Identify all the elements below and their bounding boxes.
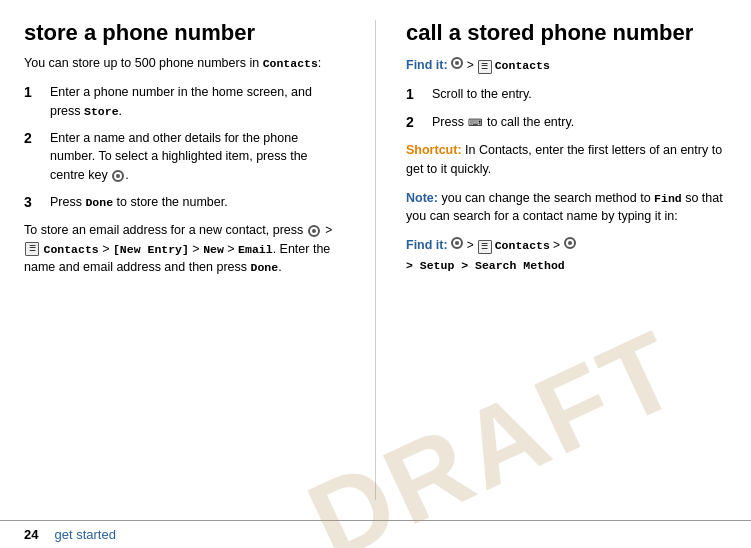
content-area: store a phone number You can store up to… bbox=[0, 0, 751, 520]
find-it-dot-icon bbox=[451, 57, 463, 69]
note-find-bold: Find bbox=[654, 192, 682, 205]
step2-number: 2 bbox=[24, 128, 46, 185]
find-it2-contacts-icon: ☰ bbox=[478, 240, 492, 254]
step3-text: Press Done to store the number. bbox=[50, 193, 345, 213]
find-it2-contacts-text: Contacts bbox=[495, 237, 550, 254]
find-it-label-1: Find it: bbox=[406, 56, 448, 75]
nav-contacts-1: Contacts bbox=[43, 243, 98, 256]
find-it2-dot-icon bbox=[451, 237, 463, 249]
note-block: Note: you can change the search method t… bbox=[406, 189, 727, 227]
left-intro: You can store up to 500 phone numbers in… bbox=[24, 54, 345, 73]
page-number: 24 bbox=[24, 527, 38, 542]
find-it2-dot-icon-2 bbox=[564, 237, 576, 249]
note-label: Note: bbox=[406, 191, 438, 205]
call-button-icon: ⌨ bbox=[468, 115, 482, 130]
right-step2-number: 2 bbox=[406, 112, 428, 133]
contacts-icon-1: ☰ bbox=[25, 242, 39, 256]
right-section-title: call a stored phone number bbox=[406, 20, 727, 46]
find-it-label-2: Find it: bbox=[406, 236, 448, 255]
page-container: store a phone number You can store up to… bbox=[0, 0, 751, 548]
left-email-note: To store an email address for a new cont… bbox=[24, 221, 345, 277]
find-it2-setup: > Setup > Search Method bbox=[406, 257, 565, 274]
shortcut-label: Shortcut: bbox=[406, 143, 462, 157]
step3-done: Done bbox=[85, 196, 113, 209]
find-it2-arrow-2: > bbox=[553, 236, 560, 254]
nav-dot-icon-1 bbox=[308, 225, 320, 237]
centre-key-icon bbox=[112, 170, 124, 182]
shortcut-block: Shortcut: In Contacts, enter the first l… bbox=[406, 141, 727, 179]
left-step-2: 2 Enter a name and other details for the… bbox=[24, 129, 345, 185]
right-step-2: 2 Press ⌨ to call the entry. bbox=[406, 113, 727, 133]
step2-text: Enter a name and other details for the p… bbox=[50, 129, 345, 185]
nav-text-1: > [New Entry] > New > Email bbox=[102, 242, 272, 256]
right-step1-text: Scroll to the entry. bbox=[432, 85, 727, 105]
right-find-it-1: Find it: > ☰ Contacts bbox=[406, 56, 727, 75]
find-it-contacts-text-1: Contacts bbox=[495, 57, 550, 74]
step3-number: 3 bbox=[24, 192, 46, 213]
left-step-3: 3 Press Done to store the number. bbox=[24, 193, 345, 213]
intro-text: You can store up to 500 phone numbers in bbox=[24, 56, 259, 70]
page-label: get started bbox=[54, 527, 115, 542]
left-steps-list: 1 Enter a phone number in the home scree… bbox=[24, 83, 345, 213]
find-it-arrow-1: > bbox=[467, 56, 474, 74]
step1-text: Enter a phone number in the home screen,… bbox=[50, 83, 345, 121]
intro-contacts-bold: Contacts bbox=[263, 57, 318, 70]
step1-number: 1 bbox=[24, 82, 46, 121]
right-column: call a stored phone number Find it: > ☰ … bbox=[376, 20, 727, 500]
right-step2-text: Press ⌨ to call the entry. bbox=[432, 113, 727, 133]
intro-colon: : bbox=[318, 56, 321, 70]
right-step-1: 1 Scroll to the entry. bbox=[406, 85, 727, 105]
left-section-title: store a phone number bbox=[24, 20, 345, 46]
left-step-1: 1 Enter a phone number in the home scree… bbox=[24, 83, 345, 121]
note-text: you can change the search method to bbox=[438, 191, 654, 205]
find-it2-arrow-1: > bbox=[467, 236, 474, 254]
footer-bar: 24 get started bbox=[0, 520, 751, 548]
right-step1-number: 1 bbox=[406, 84, 428, 105]
left-column: store a phone number You can store up to… bbox=[24, 20, 376, 500]
right-steps-list: 1 Scroll to the entry. 2 Press ⌨ to call… bbox=[406, 85, 727, 133]
step1-store: Store bbox=[84, 105, 119, 118]
right-find-it-2: Find it: > ☰ Contacts > > Setup > Search… bbox=[406, 236, 727, 274]
nav-done-1: Done bbox=[251, 261, 279, 274]
find-it-contacts-icon-1: ☰ bbox=[478, 60, 492, 74]
nav-arrow-1: > bbox=[325, 223, 332, 237]
